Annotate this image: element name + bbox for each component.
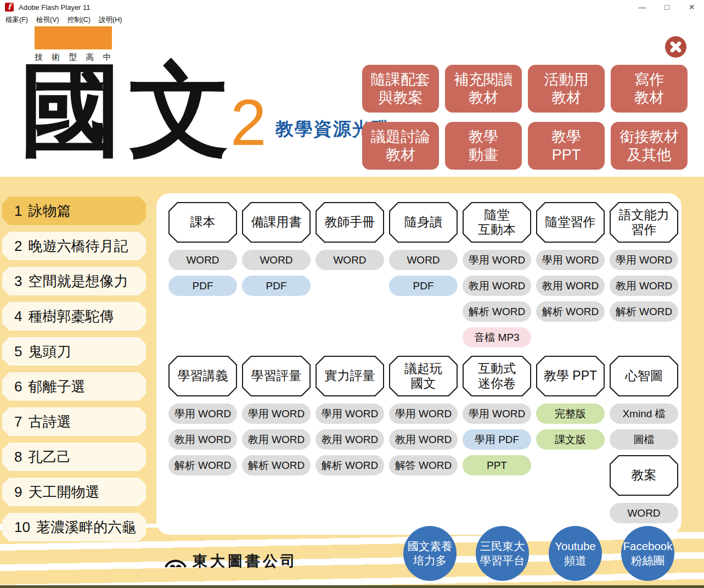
file-button-mind-map[interactable]: Xmind 檔 (610, 404, 678, 424)
file-button-mini-quiz[interactable]: 學用 PDF (463, 429, 531, 450)
file-button-class-workbook[interactable]: 解析 WORD (536, 301, 605, 322)
resource-column-interactive-notebook: 隨堂互動本學用 WORD教用 WORD解析 WORD音檔 MP3 (463, 202, 531, 348)
resource-header-class-workbook-label: 隨堂習作 (537, 203, 604, 242)
resource-section-1: 課本WORDPDF備課用書WORDPDF教師手冊WORD隨身讀WORDPDF隨堂… (168, 202, 678, 348)
sidebar-item-4[interactable]: 4種樹郭橐駝傳 (2, 302, 146, 331)
menu-item-view[interactable]: 檢視(V) (34, 15, 65, 25)
header-line: 教案 (632, 468, 657, 483)
menu-item-help[interactable]: 說明(H) (97, 15, 128, 25)
nav-button-teaching-animation[interactable]: 教學動畫 (445, 122, 522, 170)
file-button-language-workbook[interactable]: 教用 WORD (610, 276, 678, 296)
resource-header-language-workbook[interactable]: 語文能力習作 (610, 202, 678, 243)
minimize-button[interactable]: — (630, 0, 655, 14)
app-close-button[interactable] (665, 36, 686, 58)
resource-header-lesson-plan[interactable]: 教案 (610, 455, 678, 496)
file-button-ability-assessment[interactable]: 解析 WORD (316, 455, 384, 475)
file-button-class-workbook[interactable]: 學用 WORD (536, 250, 605, 270)
footer-link-sanmin-platform[interactable]: 三民東大學習平台 (476, 526, 529, 581)
footer-link-guowen-suyang[interactable]: 國文素養培力多 (403, 526, 457, 581)
file-button-mind-map[interactable]: WORD (610, 503, 678, 523)
resource-column-mini-quiz: 互動式迷你卷學用 WORD學用 PDFPPT (463, 356, 531, 523)
file-button-yiqiwan-guowen[interactable]: 教用 WORD (389, 429, 458, 450)
resource-column-study-handout: 學習講義學用 WORD教用 WORD解析 WORD (168, 356, 237, 523)
file-button-mini-quiz[interactable]: 學用 WORD (463, 404, 531, 424)
resource-header-language-workbook-label: 語文能力習作 (611, 203, 677, 242)
file-button-study-assessment[interactable]: 教用 WORD (242, 429, 311, 450)
file-button-language-workbook[interactable]: 學用 WORD (610, 250, 678, 270)
resource-column-language-workbook: 語文能力習作學用 WORD教用 WORD解析 WORD (610, 202, 678, 348)
sidebar-item-2[interactable]: 2晚遊六橋待月記 (2, 232, 146, 260)
sidebar-item-3[interactable]: 3空間就是想像力 (2, 267, 146, 295)
sidebar-item-10[interactable]: 10荖濃溪畔的六龜 (2, 513, 146, 541)
file-button-teaching-ppt[interactable]: 完整版 (536, 404, 605, 424)
file-button-teacher-manual[interactable]: WORD (316, 250, 384, 270)
nav-button-label: PPT (552, 146, 581, 164)
resource-header-mind-map[interactable]: 心智圖 (610, 356, 678, 396)
file-button-study-handout[interactable]: 學用 WORD (168, 404, 237, 424)
file-button-mini-quiz[interactable]: PPT (463, 455, 531, 475)
sidebar-item-6[interactable]: 6郁離子選 (2, 372, 146, 401)
file-button-study-handout[interactable]: 教用 WORD (168, 429, 237, 450)
file-button-language-workbook[interactable]: 解析 WORD (610, 301, 678, 322)
resource-header-yiqiwan-guowen[interactable]: 議起玩國文 (389, 356, 458, 396)
menu-item-control[interactable]: 控制(C) (65, 15, 97, 25)
file-button-yiqiwan-guowen[interactable]: 解答 WORD (389, 455, 458, 475)
footer-link-facebook-fans[interactable]: Facebook粉絲團 (621, 526, 674, 581)
sidebar-item-9[interactable]: 9天工開物選 (2, 478, 146, 506)
resource-column-mind-map: 心智圖Xmind 檔圖檔教案WORD (610, 356, 678, 523)
header-line: 議起玩 (404, 361, 442, 376)
file-button-mind-map[interactable]: 圖檔 (610, 429, 678, 450)
nav-button-teaching-ppt[interactable]: 教學PPT (528, 122, 605, 170)
sidebar-item-number: 1 (14, 203, 22, 220)
file-button-yiqiwan-guowen[interactable]: 學用 WORD (389, 404, 458, 424)
file-button-study-handout[interactable]: 解析 WORD (168, 455, 237, 475)
file-button-pocket-reader[interactable]: PDF (389, 276, 458, 296)
resource-header-teacher-manual[interactable]: 教師手冊 (316, 202, 384, 243)
resource-column-teacher-manual: 教師手冊WORD (316, 202, 384, 348)
sidebar-item-5[interactable]: 5鬼頭刀 (2, 337, 146, 366)
resource-header-lesson-plan-label: 教案 (611, 456, 677, 495)
resource-header-class-workbook[interactable]: 隨堂習作 (536, 202, 605, 243)
maximize-button[interactable]: □ (655, 0, 679, 14)
file-button-prep-book[interactable]: PDF (242, 276, 311, 296)
sidebar-item-1[interactable]: 1詠物篇 (2, 197, 146, 225)
resource-header-yiqiwan-guowen-label: 議起玩國文 (390, 357, 457, 395)
resource-header-textbook[interactable]: 課本 (168, 202, 237, 243)
sidebar-item-number: 2 (14, 238, 22, 255)
nav-button-activity-materials[interactable]: 活動用教材 (528, 65, 605, 113)
footer-link-youtube-channel[interactable]: Youtube頻道 (549, 526, 602, 581)
file-button-study-assessment[interactable]: 學用 WORD (242, 404, 311, 424)
file-button-prep-book[interactable]: WORD (242, 250, 311, 270)
file-button-class-workbook[interactable]: 教用 WORD (536, 276, 605, 296)
resource-header-pocket-reader[interactable]: 隨身讀 (389, 202, 458, 243)
resource-header-mini-quiz[interactable]: 互動式迷你卷 (463, 356, 531, 396)
file-button-interactive-notebook[interactable]: 音檔 MP3 (463, 327, 531, 348)
file-button-textbook[interactable]: PDF (168, 276, 237, 296)
file-button-interactive-notebook[interactable]: 解析 WORD (463, 301, 531, 322)
nav-button-bridging-materials[interactable]: 銜接教材及其他 (611, 122, 688, 170)
file-button-interactive-notebook[interactable]: 學用 WORD (463, 250, 531, 270)
file-button-textbook[interactable]: WORD (168, 250, 237, 270)
nav-button-topic-discussion[interactable]: 議題討論教材 (362, 122, 439, 170)
header-line: 隨堂 (485, 208, 510, 222)
file-button-teaching-ppt[interactable]: 課文版 (536, 429, 605, 450)
sidebar-item-8[interactable]: 8孔乙己 (2, 443, 146, 471)
nav-button-course-package[interactable]: 隨課配套與教案 (362, 65, 439, 113)
file-button-ability-assessment[interactable]: 學用 WORD (316, 404, 384, 424)
close-window-button[interactable]: ✕ (679, 0, 704, 14)
sidebar-item-number: 8 (14, 449, 22, 466)
menu-item-file[interactable]: 檔案(F) (3, 15, 34, 25)
file-button-study-assessment[interactable]: 解析 WORD (242, 455, 311, 475)
resource-header-prep-book[interactable]: 備課用書 (242, 202, 311, 243)
nav-button-writing-materials[interactable]: 寫作教材 (611, 65, 688, 113)
resource-header-ability-assessment[interactable]: 實力評量 (316, 356, 384, 396)
sidebar-item-7[interactable]: 7古詩選 (2, 407, 146, 436)
resource-header-interactive-notebook[interactable]: 隨堂互動本 (463, 202, 531, 243)
file-button-interactive-notebook[interactable]: 教用 WORD (463, 276, 531, 296)
resource-header-teaching-ppt[interactable]: 教學 PPT (536, 356, 605, 396)
resource-header-study-assessment[interactable]: 學習評量 (242, 356, 311, 396)
nav-button-supplementary-reading[interactable]: 補充閱讀教材 (445, 65, 522, 113)
resource-header-study-handout[interactable]: 學習講義 (168, 356, 237, 396)
file-button-ability-assessment[interactable]: 教用 WORD (316, 429, 384, 450)
file-button-pocket-reader[interactable]: WORD (389, 250, 458, 270)
